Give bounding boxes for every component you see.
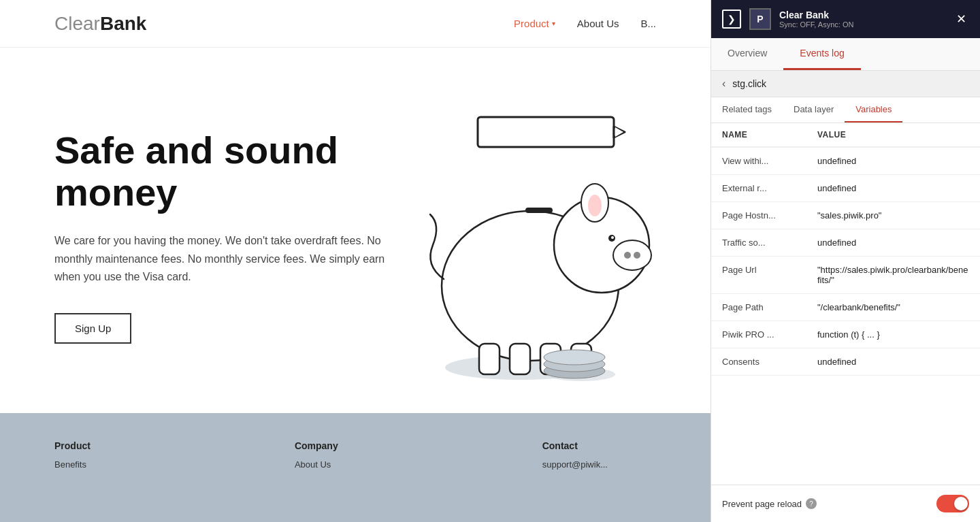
- cell-value: undefined: [817, 357, 969, 367]
- table-header-row: NAME VALUE: [711, 123, 980, 148]
- cell-name: Traffic so...: [722, 238, 817, 248]
- svg-rect-19: [478, 117, 614, 147]
- cell-name: Page Url: [722, 265, 817, 275]
- col-header-value: VALUE: [817, 130, 969, 140]
- help-icon[interactable]: ?: [806, 498, 817, 509]
- nav-about[interactable]: About Us: [577, 18, 619, 29]
- panel-header: ❯ P Clear Bank Sync: OFF, Async: ON ✕: [711, 0, 980, 38]
- subtab-data-layer[interactable]: Data layer: [783, 97, 845, 123]
- panel-subtabs: Related tags Data layer Variables: [711, 97, 980, 123]
- cell-name: Consents: [722, 357, 817, 367]
- tag-pointer: [476, 116, 612, 150]
- cell-value: "https://sales.piwik.pro/clearbank/benef…: [817, 265, 969, 285]
- table-row: Piwik PRO ... function (t) { ... }: [711, 321, 980, 348]
- col-header-name: NAME: [722, 130, 817, 140]
- table-row: Page Hostn... "sales.piwik.pro": [711, 202, 980, 229]
- panel-expand-button[interactable]: ❯: [722, 10, 741, 29]
- panel-variables-table: NAME VALUE View withi... undefined Exter…: [711, 123, 980, 485]
- table-row: External r... undefined: [711, 175, 980, 202]
- panel-app-name: Clear Bank: [779, 10, 945, 20]
- prevent-reload-text: Prevent page reload: [722, 499, 802, 509]
- svg-rect-12: [479, 344, 500, 374]
- subtab-related-tags[interactable]: Related tags: [711, 97, 783, 123]
- cell-name: View withi...: [722, 156, 817, 166]
- hero-subtitle: We care for you having the money. We don…: [54, 232, 397, 286]
- hero-text: Safe and sound money We care for you hav…: [54, 102, 397, 344]
- footer-columns: Product Benefits Company About Us Contac…: [54, 440, 656, 474]
- cell-name: External r...: [722, 183, 817, 193]
- panel-footer: Prevent page reload ?: [711, 485, 980, 522]
- footer-contact-heading: Contact: [542, 440, 608, 451]
- chevron-down-icon: ▾: [552, 20, 555, 27]
- footer-col-product: Product Benefits: [54, 440, 91, 474]
- nav-product-label: Product: [514, 18, 549, 29]
- panel-app-logo: P: [749, 8, 771, 30]
- svg-point-8: [634, 252, 640, 259]
- svg-point-6: [613, 240, 651, 270]
- website-area: ClearBank Product ▾ About Us B... Safe a…: [0, 0, 710, 522]
- nav-other[interactable]: B...: [640, 18, 656, 29]
- table-row: Consents undefined: [711, 348, 980, 376]
- table-row: Page Path "/clearbank/benefits/": [711, 294, 980, 321]
- svg-rect-11: [525, 208, 553, 213]
- navbar: ClearBank Product ▾ About Us B...: [0, 0, 710, 48]
- cell-name: Page Path: [722, 302, 817, 312]
- panel-event-name: stg.click: [732, 78, 766, 89]
- cell-value: "sales.piwik.pro": [817, 210, 969, 221]
- footer-support-link[interactable]: support@piwik...: [542, 459, 608, 470]
- footer-about-link[interactable]: About Us: [295, 459, 338, 470]
- svg-rect-13: [510, 344, 530, 374]
- footer-product-heading: Product: [54, 440, 91, 451]
- site-logo: ClearBank: [54, 13, 146, 35]
- svg-point-10: [611, 236, 614, 239]
- table-row: Page Url "https://sales.piwik.pro/clearb…: [711, 257, 980, 294]
- prevent-reload-toggle[interactable]: [936, 495, 969, 512]
- table-row: View withi... undefined: [711, 148, 980, 175]
- cell-value: undefined: [817, 156, 969, 166]
- svg-point-7: [624, 252, 631, 259]
- svg-point-5: [588, 195, 602, 216]
- cell-value: undefined: [817, 183, 969, 193]
- panel-tabs: Overview Events log: [711, 38, 980, 71]
- footer-company-heading: Company: [295, 440, 338, 451]
- footer-benefits-link[interactable]: Benefits: [54, 459, 91, 470]
- svg-point-18: [544, 350, 605, 365]
- hero-section: Safe and sound money We care for you hav…: [0, 48, 710, 388]
- panel-sync-info: Sync: OFF, Async: ON: [779, 20, 945, 29]
- footer-col-contact: Contact support@piwik...: [542, 440, 608, 474]
- table-row: Traffic so... undefined: [711, 229, 980, 257]
- debug-panel: ❯ P Clear Bank Sync: OFF, Async: ON ✕ Ov…: [710, 0, 980, 522]
- tab-overview[interactable]: Overview: [711, 38, 783, 70]
- footer-col-company: Company About Us: [295, 440, 338, 474]
- nav-links: Product ▾ About Us B...: [514, 18, 656, 29]
- panel-title-block: Clear Bank Sync: OFF, Async: ON: [779, 10, 945, 29]
- cell-name: Page Hostn...: [722, 210, 817, 221]
- hero-title: Safe and sound money: [54, 129, 397, 213]
- panel-back-button[interactable]: ‹: [722, 78, 725, 90]
- panel-event-row: ‹ stg.click: [711, 71, 980, 97]
- panel-close-button[interactable]: ✕: [953, 9, 969, 29]
- cell-name: Piwik PRO ...: [722, 329, 817, 340]
- prevent-reload-label: Prevent page reload ?: [722, 498, 817, 509]
- logo-bank: Bank: [100, 13, 146, 34]
- subtab-variables[interactable]: Variables: [845, 97, 902, 123]
- table-body: View withi... undefined External r... un…: [711, 148, 980, 376]
- toggle-thumb: [954, 497, 968, 510]
- cell-value: function (t) { ... }: [817, 329, 969, 340]
- cell-value: "/clearbank/benefits/": [817, 302, 969, 312]
- logo-clear: Clear: [54, 13, 100, 34]
- tab-events-log[interactable]: Events log: [783, 38, 860, 70]
- site-footer: Product Benefits Company About Us Contac…: [0, 413, 710, 522]
- nav-product[interactable]: Product ▾: [514, 18, 555, 29]
- signup-button[interactable]: Sign Up: [54, 313, 131, 344]
- cell-value: undefined: [817, 238, 969, 248]
